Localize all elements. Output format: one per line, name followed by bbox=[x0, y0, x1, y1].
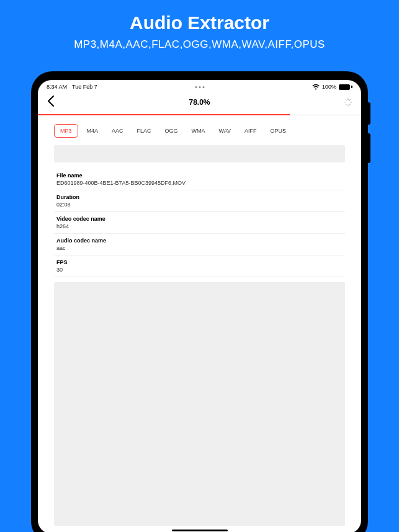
tab-opus[interactable]: OPUS bbox=[266, 124, 292, 138]
promo-title: Audio Extractor bbox=[0, 12, 399, 33]
status-time: 8:34 AM bbox=[47, 84, 67, 90]
svg-line-3 bbox=[349, 104, 350, 105]
status-date: Tue Feb 7 bbox=[72, 84, 97, 90]
format-tabs: MP3M4AAACFLACOGGWMAWAVAIFFOPUS bbox=[38, 115, 361, 145]
status-bar: 8:34 AM Tue Feb 7 100% bbox=[38, 80, 361, 92]
info-row-audio-codec: Audio codec name aac bbox=[54, 234, 345, 255]
promo-subtitle: MP3,M4A,AAC,FLAC,OGG,WMA,WAV,AIFF,OPUS bbox=[0, 38, 399, 51]
battery-percent: 100% bbox=[322, 84, 336, 90]
content-placeholder bbox=[54, 282, 345, 526]
info-row-duration: Duration 02:08 bbox=[54, 190, 345, 212]
svg-line-7 bbox=[346, 100, 347, 101]
svg-line-5 bbox=[346, 104, 347, 105]
tab-flac[interactable]: FLAC bbox=[132, 124, 156, 138]
filename-label: File name bbox=[56, 172, 343, 179]
video-codec-label: Video codec name bbox=[56, 216, 343, 222]
loading-spinner-icon bbox=[344, 98, 352, 107]
preview-placeholder bbox=[54, 145, 345, 162]
info-row-video-codec: Video codec name h264 bbox=[54, 212, 345, 234]
progress-label: 78.0% bbox=[189, 98, 210, 107]
screen: 8:34 AM Tue Feb 7 100% 78.0% bbox=[38, 80, 361, 532]
tab-wma[interactable]: WMA bbox=[187, 124, 210, 138]
tab-aac[interactable]: AAC bbox=[107, 124, 128, 138]
duration-label: Duration bbox=[56, 194, 343, 200]
info-row-filename: File name ED601989-400B-4BE1-B7A5-BB0C39… bbox=[54, 169, 345, 190]
battery-icon bbox=[339, 84, 352, 90]
chevron-left-icon bbox=[47, 95, 55, 107]
multitask-dots-icon bbox=[195, 86, 204, 88]
tab-aiff[interactable]: AIFF bbox=[240, 124, 262, 138]
home-indicator[interactable] bbox=[172, 530, 228, 531]
fps-label: FPS bbox=[56, 259, 343, 265]
progress-fill bbox=[38, 114, 290, 115]
info-row-fps: FPS 30 bbox=[54, 255, 345, 277]
audio-codec-value: aac bbox=[56, 245, 343, 251]
audio-codec-label: Audio codec name bbox=[56, 237, 343, 244]
tab-wav[interactable]: WAV bbox=[214, 124, 236, 138]
tablet-frame: 8:34 AM Tue Feb 7 100% 78.0% bbox=[31, 71, 368, 532]
content-area: File name ED601989-400B-4BE1-B7A5-BB0C39… bbox=[38, 145, 361, 526]
tab-ogg[interactable]: OGG bbox=[160, 124, 183, 138]
tab-m4a[interactable]: M4A bbox=[82, 124, 104, 138]
svg-line-1 bbox=[349, 100, 350, 101]
video-codec-value: h264 bbox=[56, 223, 343, 229]
tab-mp3[interactable]: MP3 bbox=[54, 124, 78, 138]
nav-bar: 78.0% bbox=[38, 92, 361, 115]
back-button[interactable] bbox=[47, 95, 55, 110]
duration-value: 02:08 bbox=[56, 202, 343, 208]
wifi-icon bbox=[312, 84, 320, 90]
progress-bar bbox=[38, 115, 361, 115]
filename-value: ED601989-400B-4BE1-B7A5-BB0C39945DF6.MOV bbox=[56, 180, 343, 186]
fps-value: 30 bbox=[56, 267, 343, 273]
promo-header: Audio Extractor MP3,M4A,AAC,FLAC,OGG,WMA… bbox=[0, 0, 399, 51]
